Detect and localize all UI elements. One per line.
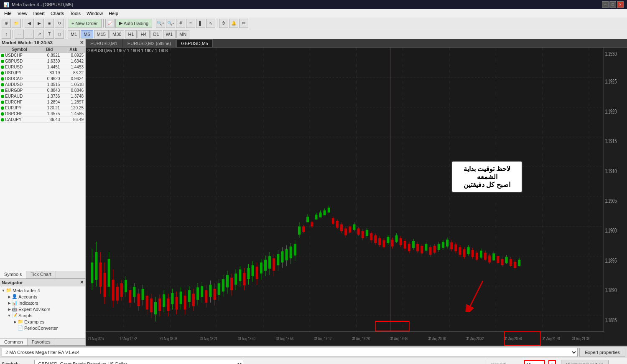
tb2-text[interactable]: T xyxy=(45,30,54,39)
period-m15[interactable]: M15 xyxy=(94,30,109,38)
tb-open-btn[interactable]: 📁 xyxy=(12,19,21,28)
tree-item-scripts[interactable]: ▼ 📝 Scripts xyxy=(1,312,84,318)
period-m1[interactable]: M1 xyxy=(68,30,80,38)
tree-item-indicators[interactable]: ▶ 📊 Indicators xyxy=(1,300,84,306)
svg-rect-210 xyxy=(484,253,487,260)
tb2-dash[interactable]: ╌ xyxy=(25,30,34,39)
period-mn[interactable]: MN xyxy=(176,30,189,38)
tb2-arrows[interactable]: ↕ xyxy=(2,30,11,39)
tb-vol-btn[interactable]: ≡ xyxy=(186,19,195,28)
tb-back-btn[interactable]: ◀ xyxy=(25,19,34,28)
svg-rect-170 xyxy=(400,238,402,245)
tb-zoom-in-btn[interactable]: 🔍+ xyxy=(156,19,165,28)
list-item[interactable]: USDCAD0.96200.9624 xyxy=(0,76,85,82)
market-watch-close[interactable]: ✕ xyxy=(80,40,84,46)
svg-rect-90 xyxy=(234,273,237,285)
period-m5[interactable]: M5 xyxy=(81,30,93,38)
tree-label: Accounts xyxy=(18,294,37,299)
tb-email-btn[interactable]: ✉ xyxy=(239,19,248,28)
tree-label: MetaTrader 4 xyxy=(13,288,40,293)
list-item[interactable]: USDJPY83.1983.22 xyxy=(0,70,85,76)
svg-rect-62 xyxy=(175,297,178,310)
list-item[interactable]: GBPUSD1.63391.6342 xyxy=(0,58,85,64)
tb-grid-btn[interactable]: # xyxy=(176,19,185,28)
new-order-button[interactable]: + New Order xyxy=(68,19,102,28)
tab-gbpusd-m5[interactable]: GBPUSD,M5 xyxy=(176,39,213,47)
tab-symbols[interactable]: Symbols xyxy=(0,271,26,278)
tree-item-examples[interactable]: ▶ 📁 Examples xyxy=(1,318,84,325)
svg-text:31 Aug 19:28: 31 Aug 19:28 xyxy=(352,336,370,341)
auto-trading-icon: ▶ xyxy=(119,20,122,26)
auto-trading-button[interactable]: ▶ AutoTrading xyxy=(115,19,153,28)
period-m30[interactable]: M30 xyxy=(110,30,124,38)
period-h1[interactable]: H1 xyxy=(125,30,137,38)
menu-charts[interactable]: Charts xyxy=(48,10,66,17)
svg-rect-196 xyxy=(454,245,457,252)
symbol-properties-button[interactable]: Symbol properties xyxy=(561,360,609,364)
symbol-row: Symbol: GBPUSD, Great Britain Pound vs U… xyxy=(2,360,486,364)
list-item[interactable]: CADJPY86.4386.49 xyxy=(0,117,85,123)
period-toolbar: ↕ ─ ╌ ↗ T □ M1 M5 M15 M30 H1 H4 D1 W1 MN xyxy=(0,29,627,39)
tb2-line[interactable]: ─ xyxy=(15,30,24,39)
tree-item-experts[interactable]: ▶ 🤖 Expert Advisors xyxy=(1,306,84,312)
symbol-select[interactable]: GBPUSD, Great Britain Pound vs US Dollar xyxy=(34,360,243,364)
period-dropdown-btn[interactable]: ▼ xyxy=(548,360,556,364)
menu-view[interactable]: View xyxy=(15,10,30,17)
tb2-arrow[interactable]: ↗ xyxy=(35,30,44,39)
list-item[interactable]: GBPCHF1.45751.4585 xyxy=(0,111,85,117)
tree-label: Scripts xyxy=(18,313,33,318)
tab-eurusd-m1[interactable]: EURUSD,M1 xyxy=(86,39,122,47)
close-button[interactable]: ✕ xyxy=(617,1,624,8)
navigator: Navigator ✕ ▼ 📁 MetaTrader 4 ▶ 👤 Account… xyxy=(0,279,85,346)
list-item[interactable]: EURJPY120.21120.25 xyxy=(0,105,85,111)
new-order-label: New Order xyxy=(75,21,97,26)
scripts-icon: 📝 xyxy=(12,313,18,318)
tb-line-btn[interactable]: ∿ xyxy=(206,19,215,28)
tab-common[interactable]: Common xyxy=(0,339,28,345)
tab-eurusd-m2[interactable]: EURUSD,M2 (offline) xyxy=(123,39,176,47)
tree-item-metatrader4[interactable]: ▼ 📁 MetaTrader 4 xyxy=(1,287,84,293)
tb-new-btn[interactable]: ⊕ xyxy=(2,19,11,28)
tb-fwd-btn[interactable]: ▶ xyxy=(35,19,44,28)
tab-favorites[interactable]: Favorites xyxy=(28,339,55,345)
tb-period-btn[interactable]: ⏱ xyxy=(219,19,228,28)
svg-text:31 Aug 18:08: 31 Aug 18:08 xyxy=(160,336,177,341)
menu-help[interactable]: Help xyxy=(106,10,121,17)
tb-alert-btn[interactable]: 🔔 xyxy=(229,19,238,28)
menu-file[interactable]: File xyxy=(2,10,14,17)
svg-rect-172 xyxy=(404,241,406,248)
tb-zoom-out-btn[interactable]: 🔍- xyxy=(166,19,175,28)
tree-item-periodconverter[interactable]: 📄 PeriodConverter xyxy=(1,325,84,331)
svg-rect-68 xyxy=(188,290,191,302)
list-item[interactable]: EURAUD1.37361.3748 xyxy=(0,94,85,99)
ea-dropdown[interactable]: 2 MA Crosses Mega filter EA V1.ex4 xyxy=(2,348,578,357)
list-item[interactable]: EURCHF1.28941.2897 xyxy=(0,99,85,105)
minimize-button[interactable]: ─ xyxy=(602,1,609,8)
svg-rect-148 xyxy=(357,228,360,235)
tb-candle-btn[interactable]: ▌ xyxy=(196,19,205,28)
list-item[interactable]: EURGBP0.88430.8846 xyxy=(0,88,85,94)
tb-refresh-btn[interactable]: ↻ xyxy=(55,19,64,28)
expert-properties-button[interactable]: Expert properties xyxy=(579,348,625,357)
tree-item-accounts[interactable]: ▶ 👤 Accounts xyxy=(1,293,84,300)
list-item[interactable]: AUDUSD1.05151.0518 xyxy=(0,82,85,88)
tb-stop-btn[interactable]: ■ xyxy=(45,19,54,28)
menu-insert[interactable]: Insert xyxy=(31,10,47,17)
period-w1[interactable]: W1 xyxy=(163,30,176,38)
navigator-close[interactable]: ✕ xyxy=(80,280,84,285)
chart-main[interactable]: GBPUSD,M5 1.1907 1.1908 1.1907 1.1908 xyxy=(86,48,627,346)
period-input[interactable] xyxy=(524,360,545,364)
tb-chart-btn[interactable]: 📈 xyxy=(105,19,115,28)
menu-tools[interactable]: Tools xyxy=(67,10,83,17)
svg-rect-174 xyxy=(408,244,410,251)
list-item[interactable]: USDCHF0.89210.8925 xyxy=(0,53,85,58)
tb2-rect[interactable]: □ xyxy=(55,30,64,39)
period-d1[interactable]: D1 xyxy=(150,30,162,38)
svg-rect-118 xyxy=(294,244,296,255)
maximize-button[interactable]: □ xyxy=(609,1,616,8)
svg-rect-130 xyxy=(319,212,321,217)
tab-tick-chart[interactable]: Tick Chart xyxy=(26,271,56,278)
menu-window[interactable]: Window xyxy=(84,10,105,17)
list-item[interactable]: EURUSD1.44511.4453 xyxy=(0,64,85,70)
period-h4[interactable]: H4 xyxy=(138,30,149,38)
